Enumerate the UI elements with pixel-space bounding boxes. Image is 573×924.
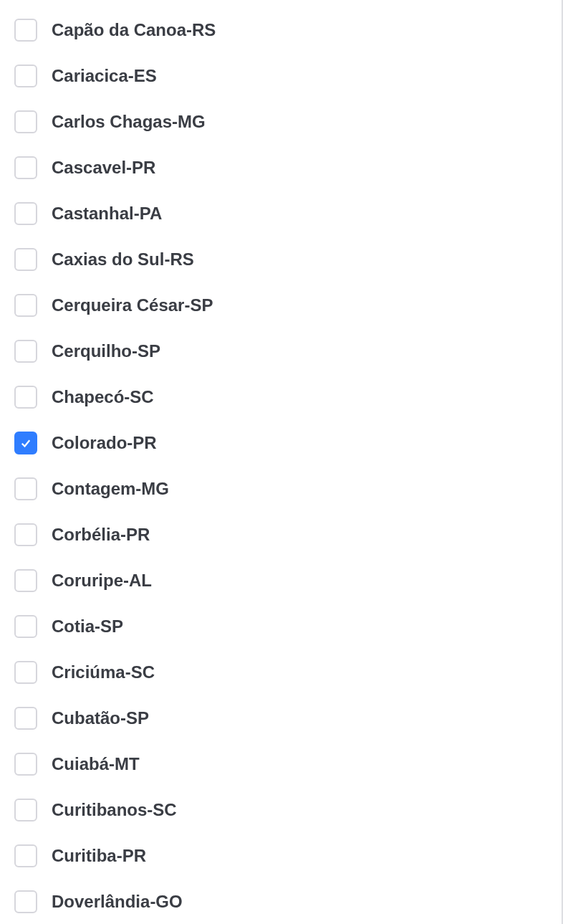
list-item[interactable]: Carlos Chagas-MG xyxy=(14,99,548,145)
checkbox-label[interactable]: Carlos Chagas-MG xyxy=(52,112,206,132)
checkbox-label[interactable]: Capão da Canoa-RS xyxy=(52,20,216,40)
checkbox[interactable] xyxy=(14,477,37,500)
checkbox[interactable] xyxy=(14,753,37,776)
checkbox-label[interactable]: Cuiabá-MT xyxy=(52,754,140,774)
checkbox[interactable] xyxy=(14,65,37,87)
checkbox[interactable] xyxy=(14,19,37,42)
list-item[interactable]: Cariacica-ES xyxy=(14,53,548,99)
checkbox[interactable] xyxy=(14,799,37,821)
checkbox[interactable] xyxy=(14,340,37,363)
checkbox-label[interactable]: Cotia-SP xyxy=(52,616,123,637)
checkbox[interactable] xyxy=(14,156,37,179)
checkbox-label[interactable]: Cubatão-SP xyxy=(52,708,149,728)
checkbox[interactable] xyxy=(14,110,37,133)
list-item[interactable]: Curitibanos-SC xyxy=(14,787,548,833)
checkbox-label[interactable]: Castanhal-PA xyxy=(52,204,162,224)
checkbox[interactable] xyxy=(14,707,37,730)
checkbox[interactable] xyxy=(14,661,37,684)
checkbox-label[interactable]: Cerquilho-SP xyxy=(52,341,160,361)
city-checkbox-list: Capão da Canoa-RSCariacica-ESCarlos Chag… xyxy=(0,0,562,924)
checkbox-label[interactable]: Caxias do Sul-RS xyxy=(52,249,194,270)
checkbox-label[interactable]: Contagem-MG xyxy=(52,479,169,499)
checkbox-label[interactable]: Coruripe-AL xyxy=(52,571,152,591)
scroll-border xyxy=(562,0,563,924)
checkbox-label[interactable]: Corbélia-PR xyxy=(52,525,150,545)
list-item[interactable]: Coruripe-AL xyxy=(14,558,548,604)
checkbox[interactable] xyxy=(14,294,37,317)
checkbox-label[interactable]: Doverlândia-GO xyxy=(52,892,183,912)
list-item[interactable]: Cerqueira César-SP xyxy=(14,282,548,328)
checkbox[interactable] xyxy=(14,386,37,409)
list-item[interactable]: Caxias do Sul-RS xyxy=(14,237,548,282)
list-item[interactable]: Doverlândia-GO xyxy=(14,879,548,924)
checkbox[interactable] xyxy=(14,432,37,454)
checkbox[interactable] xyxy=(14,569,37,592)
list-item[interactable]: Cotia-SP xyxy=(14,604,548,649)
list-item[interactable]: Castanhal-PA xyxy=(14,191,548,237)
list-item[interactable]: Capão da Canoa-RS xyxy=(14,7,548,53)
list-item[interactable]: Colorado-PR xyxy=(14,420,548,466)
list-item[interactable]: Corbélia-PR xyxy=(14,512,548,558)
list-item[interactable]: Cascavel-PR xyxy=(14,145,548,191)
checkbox[interactable] xyxy=(14,615,37,638)
checkbox[interactable] xyxy=(14,202,37,225)
list-item[interactable]: Chapecó-SC xyxy=(14,374,548,420)
list-item[interactable]: Cubatão-SP xyxy=(14,695,548,741)
checkbox-label[interactable]: Cascavel-PR xyxy=(52,158,155,178)
checkbox-label[interactable]: Criciúma-SC xyxy=(52,662,155,682)
checkbox-label[interactable]: Curitiba-PR xyxy=(52,846,146,866)
checkbox-label[interactable]: Cerqueira César-SP xyxy=(52,295,213,315)
checkbox[interactable] xyxy=(14,844,37,867)
checkbox-label[interactable]: Curitibanos-SC xyxy=(52,800,177,820)
checkbox[interactable] xyxy=(14,890,37,913)
check-icon xyxy=(19,437,32,449)
list-item[interactable]: Cerquilho-SP xyxy=(14,328,548,374)
checkbox-label[interactable]: Colorado-PR xyxy=(52,433,157,453)
checkbox-label[interactable]: Chapecó-SC xyxy=(52,387,154,407)
checkbox[interactable] xyxy=(14,248,37,271)
list-item[interactable]: Curitiba-PR xyxy=(14,833,548,879)
checkbox-label[interactable]: Cariacica-ES xyxy=(52,66,157,86)
list-item[interactable]: Cuiabá-MT xyxy=(14,741,548,787)
list-item[interactable]: Contagem-MG xyxy=(14,466,548,512)
list-item[interactable]: Criciúma-SC xyxy=(14,649,548,695)
checkbox[interactable] xyxy=(14,523,37,546)
